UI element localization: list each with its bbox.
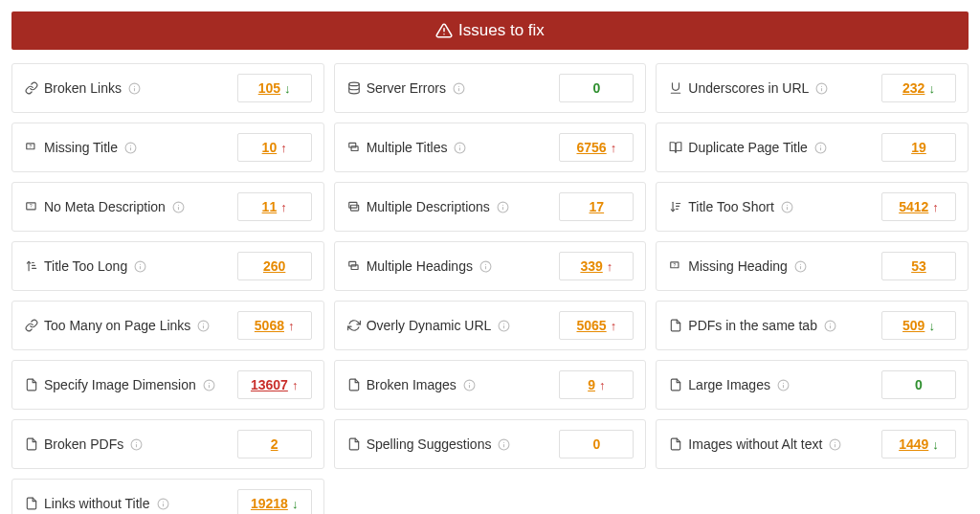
issue-count-box[interactable]: 10↑ <box>237 133 312 162</box>
info-icon[interactable] <box>781 201 793 213</box>
issue-count[interactable]: 339 <box>580 258 602 274</box>
issue-count[interactable]: 509 <box>902 318 924 333</box>
trend-up-icon: ↑ <box>280 141 287 155</box>
issue-card[interactable]: Duplicate Page Title19 <box>656 123 969 172</box>
issue-count[interactable]: 53 <box>911 258 926 274</box>
issue-count[interactable]: 232 <box>902 80 924 96</box>
issue-card[interactable]: Images without Alt text1449↓ <box>656 419 969 469</box>
issue-count[interactable]: 2 <box>271 436 278 452</box>
issue-count[interactable]: 19 <box>911 140 926 155</box>
issue-count-box[interactable]: 11↑ <box>237 192 312 221</box>
issue-count-box[interactable]: 509↓ <box>881 311 956 340</box>
issue-count-box[interactable]: 339↑ <box>559 252 634 280</box>
issue-count[interactable]: 9 <box>588 377 595 392</box>
issue-card[interactable]: ?No Meta Description11↑ <box>11 182 324 232</box>
issue-count-box[interactable]: 260 <box>237 252 312 280</box>
issue-count[interactable]: 13607 <box>251 377 288 392</box>
issue-card[interactable]: Title Too Long260 <box>11 241 324 291</box>
issue-label-wrap: Too Many on Page Links <box>24 318 210 333</box>
tag-q-icon: ? <box>24 141 39 154</box>
issue-count[interactable]: 17 <box>590 199 605 214</box>
issue-label-wrap: Broken Links <box>24 80 141 96</box>
issue-card[interactable]: Overly Dynamic URL5065↑ <box>334 301 647 350</box>
issue-label: Broken Images <box>367 377 457 392</box>
issue-count-box[interactable]: 105↓ <box>237 74 312 102</box>
info-icon[interactable] <box>134 260 146 273</box>
issue-count-box[interactable]: 232↓ <box>881 74 956 102</box>
issue-card[interactable]: PDFs in the same tab509↓ <box>656 301 969 350</box>
issue-count-box[interactable]: 2 <box>237 430 312 458</box>
info-icon[interactable] <box>815 82 828 95</box>
issue-count[interactable]: 11 <box>262 199 278 214</box>
issue-count[interactable]: 5068 <box>255 318 284 333</box>
issue-label: Missing Title <box>44 140 118 155</box>
info-icon[interactable] <box>130 438 143 451</box>
issue-count-box[interactable]: 17 <box>559 192 634 221</box>
issue-count[interactable]: 1449 <box>899 436 928 452</box>
info-icon[interactable] <box>197 320 210 332</box>
issue-count-box[interactable]: 5065↑ <box>559 311 634 340</box>
issue-card[interactable]: Title Too Short5412↑ <box>656 182 969 232</box>
issue-card[interactable]: Links without Title19218↓ <box>11 479 324 514</box>
info-icon[interactable] <box>203 379 215 391</box>
issue-count-box[interactable]: 9↑ <box>559 370 634 399</box>
info-icon[interactable] <box>124 142 137 154</box>
issue-card[interactable]: Too Many on Page Links5068↑ <box>11 301 324 350</box>
info-icon[interactable] <box>453 82 465 95</box>
issue-count-box[interactable]: 1449↓ <box>881 430 956 458</box>
trend-up-icon: ↑ <box>280 200 287 214</box>
issue-card[interactable]: Multiple Descriptions17 <box>334 182 647 232</box>
info-icon[interactable] <box>497 201 509 213</box>
issue-count[interactable]: 0 <box>592 436 600 452</box>
issue-count-box[interactable]: 13607↑ <box>237 370 312 399</box>
info-icon[interactable] <box>814 142 827 154</box>
info-icon[interactable] <box>463 379 476 391</box>
issue-count[interactable]: 5412 <box>899 199 928 214</box>
issue-card[interactable]: Specify Image Dimension13607↑ <box>11 360 324 410</box>
issue-count[interactable]: 0 <box>592 80 600 96</box>
issue-card[interactable]: Broken PDFs2 <box>11 419 324 469</box>
info-icon[interactable] <box>454 142 466 154</box>
issue-count-box[interactable]: 53 <box>881 252 956 280</box>
issue-card[interactable]: Underscores in URL232↓ <box>656 63 969 113</box>
issue-count[interactable]: 0 <box>915 377 923 392</box>
info-icon[interactable] <box>777 379 790 391</box>
info-icon[interactable] <box>172 201 185 213</box>
issue-count[interactable]: 260 <box>263 258 285 274</box>
issue-card[interactable]: Multiple Titles6756↑ <box>334 123 647 172</box>
info-icon[interactable] <box>479 260 492 273</box>
issue-count-box[interactable]: 5068↑ <box>237 311 312 340</box>
issue-count-box[interactable]: 0 <box>559 74 634 102</box>
info-icon[interactable] <box>498 438 510 451</box>
issue-count-box[interactable]: 0 <box>881 370 956 399</box>
issue-card[interactable]: Server Errors0 <box>334 63 647 113</box>
issue-label-wrap: Links without Title <box>24 496 169 511</box>
info-icon[interactable] <box>829 438 841 451</box>
issue-count-box[interactable]: 19218↓ <box>237 489 312 514</box>
issue-card[interactable]: Broken Links105↓ <box>11 63 324 113</box>
issue-label: Missing Heading <box>688 258 788 274</box>
issue-count-box[interactable]: 0 <box>559 430 634 458</box>
issue-label: Images without Alt text <box>688 436 822 452</box>
issue-label-wrap: Server Errors <box>346 80 465 96</box>
issue-card[interactable]: Multiple Headings339↑ <box>334 241 647 291</box>
info-icon[interactable] <box>157 498 169 510</box>
issue-count-box[interactable]: 6756↑ <box>559 133 634 162</box>
info-icon[interactable] <box>498 320 510 332</box>
issue-card[interactable]: Spelling Suggestions0 <box>334 419 647 469</box>
info-icon[interactable] <box>824 320 836 332</box>
issue-count[interactable]: 19218 <box>251 496 288 511</box>
issue-count[interactable]: 6756 <box>577 140 607 155</box>
issue-count-box[interactable]: 19 <box>881 133 956 162</box>
issue-card[interactable]: Large Images0 <box>656 360 969 410</box>
issue-count[interactable]: 10 <box>262 140 278 155</box>
info-icon[interactable] <box>128 82 141 95</box>
info-icon[interactable] <box>794 260 807 273</box>
issue-card[interactable]: ?Missing Title10↑ <box>11 123 324 172</box>
issue-count[interactable]: 5065 <box>577 318 607 333</box>
trend-up-icon: ↑ <box>288 319 295 333</box>
issue-count-box[interactable]: 5412↑ <box>881 192 956 221</box>
issue-count[interactable]: 105 <box>258 80 280 96</box>
issue-card[interactable]: ?Missing Heading53 <box>656 241 969 291</box>
issue-card[interactable]: Broken Images9↑ <box>334 360 647 410</box>
